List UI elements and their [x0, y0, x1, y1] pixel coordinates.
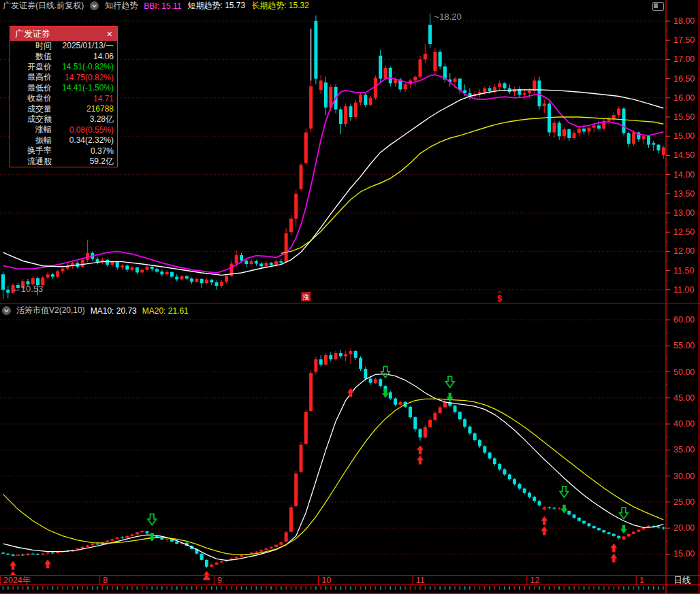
- close-icon[interactable]: ×: [107, 29, 112, 39]
- sell-arrow-icon: [560, 505, 567, 514]
- y-axis-label: 60.00: [673, 315, 695, 325]
- y-axis-label: 25.00: [673, 497, 695, 507]
- y-axis-label: 17.00: [673, 54, 695, 64]
- x-axis-label[interactable]: 2024年: [3, 576, 31, 585]
- info-row-value: 14.51(-0.82%): [52, 62, 114, 71]
- y-axis-label: 14.00: [673, 170, 695, 180]
- sell-arrow-icon: [560, 486, 569, 497]
- info-row: 换手率0.37%: [10, 146, 117, 156]
- chevron-down-icon[interactable]: [2, 306, 11, 315]
- period-label[interactable]: 日线: [674, 576, 691, 585]
- info-row: 成交额3.28亿: [10, 114, 117, 125]
- info-row-label: 流通股: [14, 156, 52, 167]
- indicator-ma-lines: [3, 374, 664, 561]
- buy-arrow-icon: [417, 455, 424, 464]
- info-row: 收盘价14.71: [10, 93, 117, 103]
- low-price-label: ←10.53: [12, 284, 44, 294]
- info-row-value: 3.28亿: [52, 114, 114, 125]
- buy-arrow-icon: [44, 559, 51, 568]
- buy-arrow-icon: [347, 388, 354, 397]
- buy-arrow-icon: [541, 527, 547, 535]
- price-axis: 18.0017.5017.0016.5016.0015.5015.0014.50…: [666, 0, 699, 594]
- y-axis-label: 18.00: [673, 16, 695, 26]
- y-axis-label: 15.00: [673, 549, 695, 559]
- ma10-value: MA10: 20.73: [91, 306, 137, 316]
- info-row-value: 14.06: [52, 52, 114, 61]
- x-axis-label[interactable]: 11: [416, 576, 425, 585]
- info-row: 流通股59.2亿: [10, 156, 117, 166]
- window-layout-icon[interactable]: [652, 2, 664, 11]
- indicator-candles: [1, 348, 665, 567]
- indicator-panel-name[interactable]: 活筹市值V2(20,10): [16, 305, 85, 316]
- high-price-label: ~18.20: [434, 12, 462, 22]
- svg-text:涨: 涨: [302, 293, 309, 301]
- chart-header-bar: 广发证券(日线.前复权) 知行趋势 BBI: 15.11 短期趋势: 15.73…: [0, 0, 700, 12]
- quote-panel-title: 广发证券: [15, 28, 50, 40]
- info-rows: 时间2025/01/13/一数值14.06开盘价14.51(-0.82%)最高价…: [10, 41, 117, 167]
- buy-arrow-icon: [541, 516, 547, 525]
- chevron-down-icon[interactable]: [90, 1, 99, 10]
- x-axis-label[interactable]: 12: [530, 576, 539, 585]
- short-trend-value: 短期趋势: 15.73: [187, 0, 245, 12]
- sell-arrow-icon: [381, 367, 390, 378]
- dollar-marker: $: [497, 294, 502, 303]
- info-row-value: 14.41(-1.50%): [52, 83, 114, 93]
- series-line-长期趋势: [281, 117, 663, 253]
- info-row: 时间2025/01/13/一: [10, 41, 117, 51]
- x-axis-label[interactable]: 10: [321, 576, 331, 585]
- ma20-value: MA20: 21.61: [142, 306, 189, 316]
- y-axis-label: 55.00: [673, 341, 695, 350]
- sell-arrow-icon: [620, 508, 629, 518]
- y-axis-label: 14.50: [673, 150, 695, 160]
- y-axis-label: 12.00: [673, 246, 695, 256]
- trading-terminal: ←10.53~18.20涨$18.0017.5017.0016.5016.001…: [0, 0, 700, 594]
- y-axis-label: 50.00: [673, 367, 695, 377]
- info-row-value: 14.75(0.82%): [52, 73, 114, 82]
- y-axis-label: 20.00: [673, 523, 695, 533]
- y-axis-label: 16.00: [673, 93, 695, 103]
- x-axis-label[interactable]: 1: [639, 576, 644, 585]
- info-row-value: 0.08(0.55%): [52, 125, 114, 135]
- info-row-value: 14.71: [52, 94, 114, 103]
- info-row: 开盘价14.51(-0.82%): [10, 62, 117, 72]
- y-axis-label: 40.00: [673, 419, 695, 429]
- info-row: 振幅0.34(2.32%): [10, 135, 117, 146]
- info-row: 最低价14.41(-1.50%): [10, 83, 117, 93]
- info-row: 涨幅0.08(0.55%): [10, 125, 117, 135]
- sell-arrow-icon: [382, 389, 389, 398]
- buy-arrow-icon: [417, 445, 424, 454]
- series-line-MA10: [3, 374, 664, 561]
- y-axis-label: 13.00: [673, 208, 695, 218]
- y-axis-label: 45.00: [673, 393, 695, 403]
- info-row-value: 2025/01/13/一: [52, 40, 114, 52]
- long-trend-value: 长期趋势: 15.32: [251, 0, 309, 12]
- info-row-value: 0.37%: [52, 146, 114, 156]
- x-axis-label[interactable]: 9: [217, 576, 222, 585]
- buy-arrow-icon: [10, 561, 16, 570]
- y-axis-label: 13.50: [673, 189, 695, 199]
- sell-arrow-icon: [148, 533, 155, 542]
- buy-arrow-icon: [610, 543, 617, 552]
- series-line-MA20: [3, 399, 664, 555]
- indicator-name[interactable]: 知行趋势: [105, 0, 138, 12]
- info-row: 最高价14.75(0.82%): [10, 72, 117, 82]
- buy-arrow-icon: [610, 553, 617, 562]
- y-axis-label: 16.50: [673, 74, 695, 84]
- info-row: 数值14.06: [10, 51, 117, 61]
- quote-info-panel: 广发证券 × 时间2025/01/13/一数值14.06开盘价14.51(-0.…: [10, 26, 118, 167]
- x-axis-label[interactable]: 8: [103, 576, 108, 585]
- sell-arrow-icon: [620, 525, 627, 534]
- axis-triangle-marker: [202, 574, 210, 580]
- y-axis-label: 35.00: [673, 445, 695, 455]
- y-axis-label: 11.00: [673, 285, 694, 295]
- indicator-panel-header: 活筹市值V2(20,10) MA10: 20.73 MA20: 21.61: [2, 305, 189, 316]
- info-row-value: 0.34(2.32%): [52, 135, 114, 145]
- stock-title: 广发证券(日线.前复权): [3, 0, 84, 12]
- info-row-value: 216788: [52, 104, 114, 114]
- quote-panel-titlebar[interactable]: 广发证券 ×: [10, 27, 117, 41]
- sell-arrow-icon: [148, 514, 157, 525]
- y-axis-label: 30.00: [673, 472, 695, 481]
- y-axis-label: 15.50: [673, 112, 695, 122]
- y-axis-label: 11.50: [673, 266, 694, 276]
- y-axis-label: 15.00: [673, 131, 695, 141]
